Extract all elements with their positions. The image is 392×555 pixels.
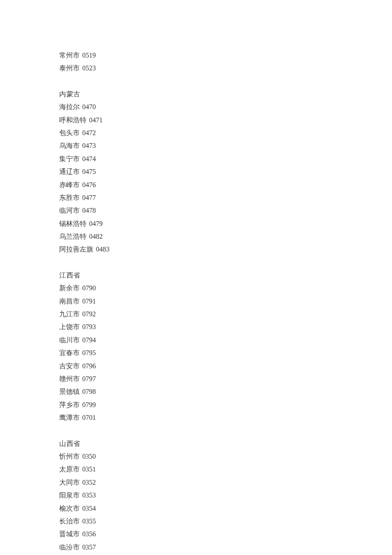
city-row: 景德镇0798 — [59, 385, 392, 398]
region-header: 山西省 — [59, 437, 392, 450]
city-name: 忻州市 — [59, 453, 80, 460]
region-group: 山西省忻州市0350太原市0351大同市0352阳泉市0353榆次市0354长治… — [59, 437, 392, 554]
city-name: 临河市 — [59, 207, 80, 214]
area-code: 0796 — [82, 362, 96, 370]
city-row: 东胜市0477 — [59, 191, 392, 204]
city-row: 鹰潭市0701 — [59, 411, 392, 424]
city-row: 宜春市0795 — [59, 347, 392, 359]
area-code: 0474 — [82, 155, 96, 162]
area-code: 0483 — [96, 246, 110, 253]
area-code: 0352 — [82, 479, 96, 486]
area-code: 0523 — [82, 64, 96, 72]
city-name: 吉安市 — [59, 362, 80, 370]
area-code: 0792 — [82, 310, 96, 318]
city-name: 包头市 — [59, 129, 80, 136]
city-name: 赤峰市 — [59, 181, 80, 188]
document-page: 常州市0519泰州市0523内蒙古海拉尔0470呼和浩特0471包头市0472乌… — [0, 0, 392, 555]
city-row: 临河市0478 — [59, 204, 392, 217]
area-code: 0473 — [82, 142, 96, 149]
city-name: 海拉尔 — [59, 103, 80, 110]
city-name: 临汾市 — [59, 543, 80, 551]
city-name: 集宁市 — [59, 155, 80, 162]
city-name: 榆次市 — [59, 505, 80, 512]
area-code-list: 常州市0519泰州市0523内蒙古海拉尔0470呼和浩特0471包头市0472乌… — [59, 49, 392, 554]
area-code: 0797 — [82, 375, 96, 382]
city-row: 乌海市0473 — [59, 139, 392, 152]
city-row: 赣州市0797 — [59, 373, 392, 385]
area-code: 0351 — [82, 465, 96, 473]
region-group: 江西省新余市0790南昌市0791九江市0792上饶市0793临川市0794宜春… — [59, 269, 392, 425]
city-row: 锡林浩特0479 — [59, 217, 392, 230]
city-row: 榆次市0354 — [59, 502, 392, 515]
area-code: 0478 — [82, 207, 96, 214]
city-row: 通辽市0475 — [59, 165, 392, 178]
city-name: 乌兰浩特 — [59, 233, 86, 240]
city-row: 吉安市0796 — [59, 360, 392, 373]
city-row: 呼和浩特0471 — [59, 114, 392, 127]
city-row: 临汾市0357 — [59, 541, 392, 554]
area-code: 0791 — [82, 298, 96, 305]
city-name: 通辽市 — [59, 168, 80, 175]
city-name: 乌海市 — [59, 142, 80, 149]
city-row: 乌兰浩特0482 — [59, 230, 392, 243]
city-name: 南昌市 — [59, 298, 80, 305]
area-code: 0519 — [82, 52, 96, 59]
city-name: 大同市 — [59, 479, 80, 486]
area-code: 0472 — [82, 129, 96, 136]
city-row: 新余市0790 — [59, 282, 392, 295]
city-name: 鹰潭市 — [59, 414, 80, 421]
area-code: 0471 — [89, 116, 103, 124]
area-code: 0793 — [82, 323, 96, 330]
city-row: 赤峰市0476 — [59, 179, 392, 191]
region-group: 常州市0519泰州市0523 — [59, 49, 392, 75]
city-name: 东胜市 — [59, 194, 80, 201]
city-name: 阿拉善左旗 — [59, 246, 93, 253]
area-code: 0701 — [82, 414, 96, 421]
city-name: 新余市 — [59, 284, 80, 292]
city-row: 阿拉善左旗0483 — [59, 243, 392, 256]
area-code: 0354 — [82, 505, 96, 512]
city-name: 萍乡市 — [59, 401, 80, 408]
area-code: 0476 — [82, 181, 96, 188]
city-row: 萍乡市0799 — [59, 399, 392, 411]
area-code: 0470 — [82, 103, 96, 110]
area-code: 0477 — [82, 194, 96, 201]
city-row: 临川市0794 — [59, 334, 392, 347]
city-row: 九江市0792 — [59, 308, 392, 321]
city-name: 阳泉市 — [59, 491, 80, 499]
city-name: 长治市 — [59, 517, 80, 525]
city-name: 上饶市 — [59, 323, 80, 330]
area-code: 0353 — [82, 491, 96, 499]
city-row: 南昌市0791 — [59, 295, 392, 308]
region-header: 江西省 — [59, 269, 392, 282]
city-name: 锡林浩特 — [59, 220, 86, 227]
city-name: 晋城市 — [59, 530, 80, 538]
city-row: 包头市0472 — [59, 127, 392, 139]
city-row: 集宁市0474 — [59, 153, 392, 165]
area-code: 0479 — [89, 220, 103, 227]
city-row: 上饶市0793 — [59, 321, 392, 333]
area-code: 0799 — [82, 401, 96, 408]
city-row: 阳泉市0353 — [59, 489, 392, 502]
city-row: 晋城市0356 — [59, 528, 392, 541]
area-code: 0794 — [82, 336, 96, 344]
area-code: 0356 — [82, 530, 96, 538]
region-group: 内蒙古海拉尔0470呼和浩特0471包头市0472乌海市0473集宁市0474通… — [59, 88, 392, 256]
city-row: 太原市0351 — [59, 463, 392, 476]
city-row: 大同市0352 — [59, 476, 392, 489]
city-name: 景德镇 — [59, 388, 80, 395]
area-code: 0350 — [82, 453, 96, 460]
area-code: 0795 — [82, 349, 96, 356]
city-row: 常州市0519 — [59, 49, 392, 62]
area-code: 0790 — [82, 284, 96, 292]
area-code: 0355 — [82, 517, 96, 525]
area-code: 0475 — [82, 168, 96, 175]
area-code: 0798 — [82, 388, 96, 395]
city-name: 太原市 — [59, 465, 80, 473]
city-row: 忻州市0350 — [59, 450, 392, 463]
region-header: 内蒙古 — [59, 88, 392, 101]
city-name: 泰州市 — [59, 64, 80, 72]
city-name: 呼和浩特 — [59, 116, 86, 124]
city-row: 泰州市0523 — [59, 62, 392, 75]
city-row: 长治市0355 — [59, 515, 392, 528]
